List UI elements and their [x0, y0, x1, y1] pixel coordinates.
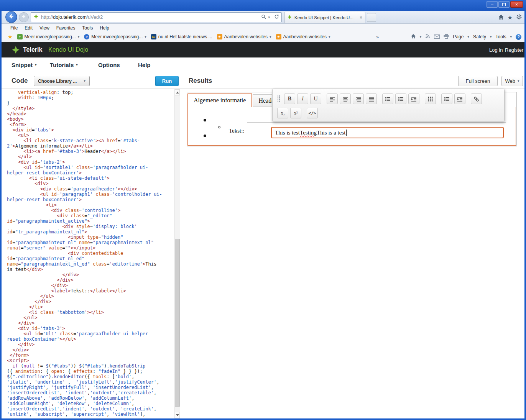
window-minimize-button[interactable]: – [487, 1, 498, 8]
page-menu[interactable]: Page [453, 34, 464, 39]
menu-item-view[interactable]: View [36, 25, 53, 31]
menu-item-tools[interactable]: Tools [79, 25, 96, 31]
ordered-list-button[interactable] [441, 94, 452, 104]
justify-full-button[interactable] [366, 94, 377, 104]
scroll-up-button[interactable] [175, 89, 180, 95]
scroll-down-button[interactable] [175, 412, 180, 418]
suggested-sites-icon: ★ [217, 34, 222, 39]
window-close-button[interactable]: × [510, 1, 523, 8]
tools-menu[interactable]: Tools [495, 34, 506, 39]
suggested-sites-icon: ★ [276, 34, 281, 39]
nav-item-tutorials[interactable]: Tutorials▾ [50, 62, 78, 68]
favorites-item[interactable]: e Meer invoegtoepassing...▾ [84, 34, 146, 39]
bold-button[interactable]: B [284, 94, 295, 104]
inline-rich-text-editor[interactable]: This is test Testing This is a test [271, 127, 504, 138]
favorites-item[interactable]: + Meer invoegtoepassing...▾ [17, 34, 80, 39]
dropdown-caret-icon: ▾ [145, 35, 146, 39]
favorites-star-icon[interactable]: ★ [508, 14, 513, 21]
mail-icon[interactable] [434, 33, 440, 40]
list-bullet [218, 126, 220, 128]
justify-right-button[interactable] [353, 94, 364, 104]
new-tab-button[interactable] [367, 13, 376, 22]
browser-menu-bar: File Edit View Favorites Tools Help [2, 24, 524, 32]
menu-item-file[interactable]: File [7, 25, 21, 31]
indent-button[interactable] [454, 94, 465, 104]
italic-button[interactable]: I [297, 94, 308, 104]
code-scrollbar[interactable] [174, 89, 180, 418]
choose-library-dropdown[interactable]: Choose Library ...▾ [34, 76, 90, 86]
refresh-icon[interactable] [274, 14, 279, 21]
page-caret-icon: ▾ [467, 35, 469, 39]
address-bar-icons: ▾ [261, 14, 279, 21]
justify-left-button[interactable] [327, 94, 338, 104]
safety-menu[interactable]: Safety [473, 34, 486, 39]
print-icon[interactable] [444, 33, 449, 40]
content-area: vertical-align: top; width: 100px;} </st… [2, 89, 524, 418]
unordered-list-button[interactable] [382, 94, 393, 104]
run-button[interactable]: Run [155, 76, 179, 86]
search-dropdown-caret-icon[interactable]: ▾ [268, 16, 270, 19]
window-maximize-button[interactable] [498, 1, 510, 8]
web-dropdown-button[interactable]: Web▾ [501, 76, 523, 86]
toolbar-drag-handle[interactable] [277, 95, 280, 103]
browser-tab[interactable]: Kendo UI Snippet | Kendo U... × [284, 12, 365, 23]
menu-item-edit[interactable]: Edit [21, 25, 36, 31]
settings-gear-icon[interactable] [516, 14, 522, 21]
code-editor-panel[interactable]: vertical-align: top; width: 100px;} </st… [2, 89, 183, 418]
underline-button[interactable]: U [310, 94, 321, 104]
view-html-button[interactable]: </> [307, 108, 318, 118]
home-caret-icon[interactable]: ▾ [420, 35, 422, 39]
create-table-button[interactable] [425, 94, 436, 104]
panel-header-row: Code Choose Library ...▾ Run Results Ful… [2, 73, 524, 89]
indent-button[interactable] [408, 94, 419, 104]
justify-center-button[interactable] [340, 94, 351, 104]
forward-button[interactable] [19, 12, 29, 22]
scrollbar-thumb[interactable] [175, 239, 180, 407]
nav-item-options[interactable]: Options [98, 62, 120, 68]
window-titlebar[interactable]: – × [0, 0, 526, 11]
menu-item-help[interactable]: Help [96, 25, 113, 31]
add-favorite-star-icon[interactable]: ★ [8, 34, 13, 40]
scroll-down-arrow-icon [176, 414, 179, 416]
favorites-item[interactable]: ★ Aanbevolen websites▾ [276, 34, 330, 39]
home-icon[interactable] [411, 33, 416, 40]
superscript-button[interactable]: x² [290, 108, 301, 118]
nav-item-help[interactable]: Help [138, 62, 151, 68]
code-lines[interactable]: vertical-align: top; width: 100px;} </st… [7, 90, 173, 418]
address-bar[interactable]: http://dojo.telerik.com/uVed/2 ▾ [31, 12, 282, 22]
login-link[interactable]: Log in [489, 47, 503, 53]
dropdown-caret-icon: ▾ [518, 79, 519, 83]
home-icon[interactable] [498, 14, 504, 21]
nav-item-snippet[interactable]: Snippet▾ [12, 62, 37, 68]
site-navigation: Snippet▾ Tutorials▾ Options Help [2, 57, 524, 73]
window-caption-buttons: – × [487, 1, 523, 8]
search-icon[interactable] [261, 14, 266, 21]
site-header: Telerik Kendo UI Dojo Log in Register [2, 42, 524, 57]
telerik-brand-text[interactable]: Telerik [23, 46, 42, 53]
back-button[interactable] [5, 11, 17, 23]
editor-toolbar-popup: B I U [272, 89, 505, 122]
rss-icon[interactable] [425, 33, 430, 40]
full-screen-button[interactable]: Full screen [458, 76, 498, 86]
tab-close-icon[interactable]: × [360, 15, 362, 20]
result-tabstrip: Algemene informatie Header [187, 93, 282, 107]
favorites-item[interactable]: nu nu.nl Het laatste nieuws ... [151, 34, 212, 39]
url-text[interactable]: http://dojo.telerik.com/uVed/2 [41, 15, 259, 20]
command-bar: ▾ Page▾ Safety▾ Tools▾ ? [411, 32, 521, 42]
register-link[interactable]: Register [505, 47, 523, 53]
forward-arrow-icon [21, 14, 26, 21]
kendo-dojo-brand-text[interactable]: Kendo UI Dojo [48, 46, 88, 53]
favorites-overflow-chevron[interactable]: » [376, 34, 379, 40]
tab-algemene-informatie[interactable]: Algemene informatie [187, 94, 252, 107]
menu-item-favorites[interactable]: Favorites [53, 25, 79, 31]
favorites-bar: ★ + Meer invoegtoepassing...▾ e Meer inv… [2, 32, 524, 42]
site-favicon [33, 14, 39, 21]
dropdown-caret-icon: ▾ [270, 35, 271, 39]
ordered-list-button[interactable] [395, 94, 406, 104]
tab-title: Kendo UI Snippet | Kendo U... [294, 15, 357, 20]
subscript-button[interactable]: x₂ [277, 108, 288, 118]
tab-favicon [287, 14, 292, 21]
create-link-button[interactable] [471, 94, 482, 104]
help-icon[interactable]: ? [516, 34, 521, 40]
favorites-item[interactable]: ★ Aanbevolen websites▾ [217, 34, 271, 39]
